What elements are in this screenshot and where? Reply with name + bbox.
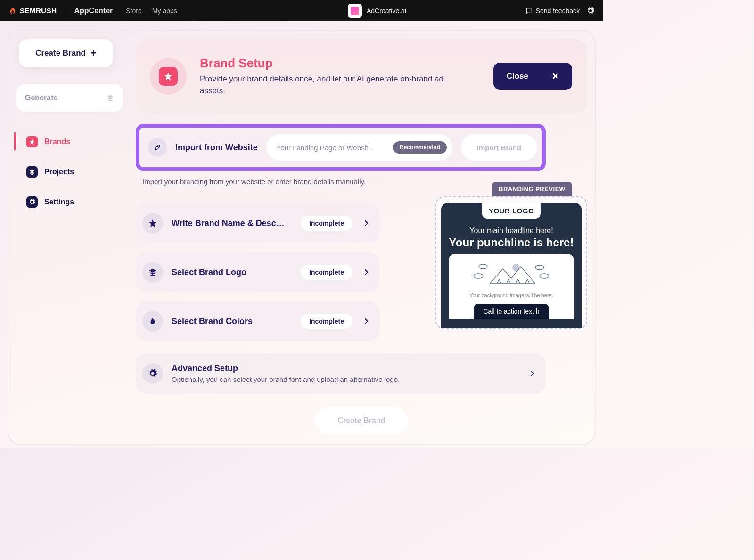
ad-preview: YOUR LOGO Your main headline here! Your … — [441, 203, 582, 328]
step-brand-colors[interactable]: Select Brand Colors Incomplete — [136, 301, 380, 341]
create-brand-label: Create Brand — [35, 49, 86, 58]
stack-icon — [106, 94, 115, 102]
steps-column: Write Brand Name & Desc… Incomplete Sele… — [136, 203, 426, 350]
generate-label: Generate — [25, 94, 57, 102]
star-icon — [26, 136, 38, 147]
generate-card[interactable]: Generate — [16, 84, 123, 112]
step-title: Select Brand Colors — [172, 317, 292, 326]
droplet-icon — [142, 311, 163, 332]
chevron-right-icon — [528, 369, 536, 378]
chevron-right-icon — [362, 268, 370, 276]
layers-filled-icon — [142, 262, 163, 283]
app-name: AdCreative.ai — [367, 7, 406, 15]
preview-cta-pill: Call to action text h — [474, 304, 549, 319]
semrush-logo[interactable]: SEMRUSH — [8, 7, 57, 15]
svg-point-2 — [540, 274, 549, 278]
send-feedback-button[interactable]: Send feedback — [525, 7, 580, 15]
flame-icon — [8, 7, 17, 15]
step-brand-logo[interactable]: Select Brand Logo Incomplete — [136, 252, 380, 292]
hero-text: Brand Setup Provide your brand details o… — [200, 56, 454, 97]
gear-solid-icon — [142, 363, 163, 384]
create-brand-button[interactable]: Create Brand + — [19, 39, 113, 67]
top-bar: SEMRUSH AppCenter Store My apps AdCreati… — [0, 0, 603, 21]
import-title: Import from Website — [175, 143, 258, 153]
preview-bg-text: Your background image will be here. — [455, 292, 567, 298]
app-icon — [348, 4, 362, 18]
step-title: Write Brand Name & Desc… — [172, 219, 292, 228]
step-title: Select Brand Logo — [172, 268, 292, 277]
advanced-setup-row[interactable]: Advanced Setup Optionally, you can selec… — [136, 353, 546, 394]
hero-banner: Brand Setup Provide your brand details o… — [136, 39, 587, 114]
preview-badge: BRANDING PREVIEW — [492, 182, 572, 196]
sidebar-label-settings: Settings — [44, 198, 74, 206]
hero-star-icon — [159, 67, 178, 86]
svg-point-3 — [474, 274, 483, 278]
hero-icon-wrap — [150, 58, 187, 95]
appcenter-label[interactable]: AppCenter — [74, 7, 113, 15]
preview-column: BRANDING PREVIEW YOUR LOGO Your main hea… — [435, 182, 587, 350]
brand-block: SEMRUSH AppCenter — [8, 6, 113, 16]
divider — [66, 6, 66, 16]
hero-title: Brand Setup — [200, 56, 454, 71]
status-badge: Incomplete — [301, 314, 352, 329]
create-brand-submit-button[interactable]: Create Brand — [315, 407, 408, 434]
import-from-website-row: Import from Website Recommended Import B… — [136, 124, 546, 171]
step-brand-name[interactable]: Write Brand Name & Desc… Incomplete — [136, 203, 380, 243]
close-button[interactable]: Close ✕ — [493, 63, 572, 90]
svg-point-1 — [535, 265, 544, 270]
status-badge: Incomplete — [301, 216, 352, 231]
mountain-sketch-icon — [455, 261, 567, 289]
layers-icon — [26, 166, 38, 178]
settings-icon[interactable] — [586, 7, 595, 15]
preview-image-area: Your background image will be here. Call… — [449, 254, 574, 319]
main-panel: Brand Setup Provide your brand details o… — [136, 39, 587, 444]
preview-logo-tab: YOUR LOGO — [482, 203, 541, 219]
close-label: Close — [507, 72, 528, 81]
sidebar-item-projects[interactable]: Projects — [26, 166, 127, 178]
hero-subtitle: Provide your brand details once, and let… — [200, 73, 454, 97]
sidebar-nav: Brands Projects Settings — [16, 136, 127, 208]
semrush-wordmark: SEMRUSH — [20, 7, 57, 15]
svg-point-0 — [479, 264, 487, 269]
sidebar-label-projects: Projects — [44, 168, 74, 176]
chevron-right-icon — [362, 219, 370, 227]
sidebar-item-brands[interactable]: Brands — [26, 136, 127, 147]
status-badge: Incomplete — [301, 265, 352, 280]
gear-icon — [26, 196, 38, 208]
app-frame: Create Brand + Generate Brands Projects … — [8, 30, 596, 445]
preview-punchline: Your punchline is here! — [449, 236, 574, 249]
plus-icon: + — [90, 47, 97, 59]
website-url-input[interactable] — [277, 144, 388, 152]
feedback-label: Send feedback — [536, 7, 580, 15]
advanced-title: Advanced Setup — [172, 364, 518, 373]
advanced-subtitle: Optionally, you can select your brand fo… — [172, 375, 518, 383]
close-icon: ✕ — [552, 71, 559, 81]
recommended-badge: Recommended — [393, 141, 447, 154]
active-app: AdCreative.ai — [348, 4, 406, 18]
svg-point-4 — [512, 264, 520, 271]
nav-store[interactable]: Store — [126, 7, 141, 15]
nav-myapps[interactable]: My apps — [152, 7, 177, 15]
sidebar-item-settings[interactable]: Settings — [26, 196, 127, 208]
sidebar: Create Brand + Generate Brands Projects … — [16, 39, 127, 444]
link-icon — [148, 138, 167, 157]
sidebar-label-brands: Brands — [44, 138, 70, 146]
preview-headline: Your main headline here! — [449, 227, 574, 235]
star-filled-icon — [142, 213, 163, 234]
import-brand-button[interactable]: Import Brand — [461, 134, 537, 161]
feedback-icon — [525, 7, 533, 15]
import-input-wrap: Recommended — [266, 134, 452, 161]
chevron-right-icon — [362, 317, 370, 325]
top-nav: Store My apps — [126, 7, 177, 15]
preview-card: YOUR LOGO Your main headline here! Your … — [435, 196, 587, 329]
